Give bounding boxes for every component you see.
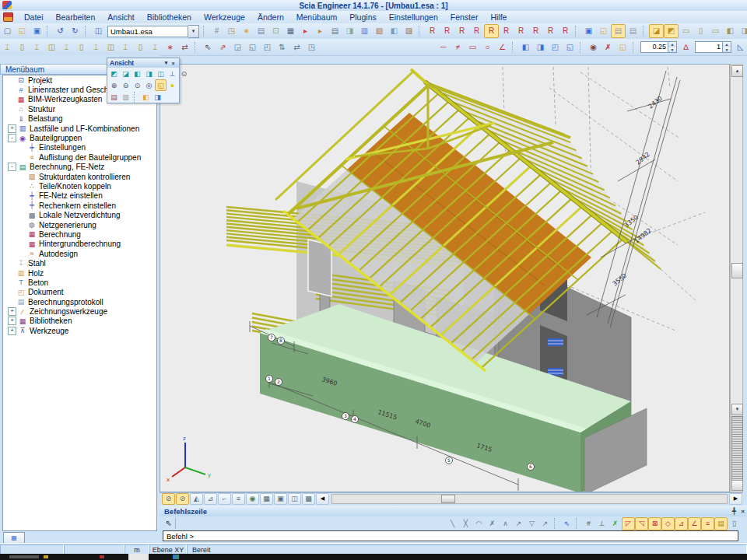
snap-count-spinner-value[interactable]: 1 [695,41,723,53]
member-op-9-icon[interactable]: R [543,24,558,38]
snap-count-spinner-arrows[interactable]: ▲▼ [723,41,731,53]
params-view-icon[interactable]: ▩ [302,493,315,505]
scale-spinner[interactable]: 0.25▲▼ [640,41,677,53]
layer-filter-1-icon[interactable]: ⊘ [162,493,175,505]
panel-tab-button[interactable]: ▦ [3,532,25,544]
layers-view-icon[interactable]: ◫ [288,493,301,505]
panel-op-3-icon[interactable]: ▭ [679,24,693,38]
zoom-window-icon[interactable]: ⊙ [132,79,143,91]
viewport-horizontal-scrollbar[interactable] [331,494,728,504]
menu-werkzeuge[interactable]: Werkzeuge [198,12,251,23]
check-doc-2-icon[interactable]: ▤ [626,24,640,38]
light-bulb-icon[interactable]: ● [167,79,178,91]
mesh-view-icon[interactable]: ▦ [260,493,273,505]
tree-item-connect-nodes[interactable]: ∴Teile/Knoten koppeln [19,181,156,191]
member-op-5-icon[interactable]: R [484,24,499,38]
eye-icon[interactable]: ◉ [586,40,601,54]
draw-circle-icon[interactable]: ○ [480,40,495,54]
mesh-icon[interactable]: ▦ [283,24,298,38]
tree-item-document[interactable]: ◰Dokument [8,288,156,297]
snap-mode-2-icon[interactable]: ◹ [635,517,648,530]
snap-dir-icon[interactable]: ↗ [512,517,525,530]
beam-tool-4-icon[interactable]: ◫ [44,40,59,54]
paperdoc-icon[interactable]: ◧ [387,24,402,38]
menu-hilfe[interactable]: Hilfe [484,12,513,23]
panel-op-1-icon[interactable]: ◪ [649,24,664,38]
tree-item-member-groups[interactable]: -◉Bauteilgruppen [8,133,156,142]
beam-tool-9-icon[interactable]: ⌶ [118,40,133,54]
menu-menbaum[interactable]: Menübaum [290,12,344,23]
rotate-copy-icon[interactable]: ◳ [304,40,319,54]
view-window-icon[interactable]: ◨ [152,91,163,103]
roof-angle-icon[interactable]: ◺ [733,40,747,54]
tree-item-mesh-refinement[interactable]: ▩Lokale Netzverdichtung [19,210,156,219]
draw-rect-icon[interactable]: ▭ [465,40,480,54]
snap-settings-icon[interactable]: ▤ [714,517,728,530]
draw-line-icon[interactable]: ─ [436,40,451,54]
menu-bearbeiten[interactable]: Bearbeiten [50,12,102,23]
hscroll-left-button[interactable]: ◀ [316,493,329,505]
view-right-icon[interactable]: ◨ [143,68,155,79]
clipping-box-icon[interactable]: ◧ [140,91,152,103]
open-project-icon[interactable]: ◱ [615,40,630,54]
tree-item-libraries[interactable]: +▦Bibliotheken [8,317,156,326]
panel-op-7-icon[interactable]: ◨ [738,24,747,38]
beam-tool-8-icon[interactable]: ◫ [103,40,118,54]
menu-fenster[interactable]: Fenster [444,12,485,23]
view-left-icon[interactable]: ◧ [132,68,143,79]
cube-icon[interactable]: ◳ [224,24,239,38]
tripod-icon[interactable]: ∆ [679,40,693,54]
zoom-all-icon[interactable]: ⊙ [178,68,190,79]
window-split-1-icon[interactable]: ◧ [518,40,533,54]
chevron-down-icon[interactable]: ▾ [188,25,199,38]
window-split-2-icon[interactable]: ◨ [533,40,548,54]
move-horiz-icon[interactable]: ⇄ [289,40,304,54]
tree-item-drawing-tools[interactable]: +∕Zeichnungswerkzeuge [8,306,156,316]
snap-mode-4-icon[interactable]: ◇ [661,517,675,530]
export-folder-icon[interactable]: ◱ [596,24,611,38]
snap-mode-3-icon[interactable]: ⊠ [648,517,661,530]
tree-item-timber[interactable]: ▥Holz [8,268,156,278]
tree-item-steel[interactable]: ⌶Stahl [8,258,156,268]
tree-item-calculation-mesh[interactable]: -▤Berechnung, FE-Netz [8,163,156,172]
scroll-thumb[interactable] [731,263,743,278]
tree-item-mesh-generation[interactable]: ◍Netzgenerierung [19,220,156,229]
save-view-icon[interactable]: ▣ [581,24,596,38]
redo-icon[interactable]: ↻ [68,24,82,38]
printer-icon[interactable]: ▤ [328,24,342,38]
clipboard-icon[interactable]: ⊡ [268,24,283,38]
command-input[interactable]: Befehl > [163,530,738,541]
print-view-icon[interactable]: ▤ [108,91,120,103]
menu-ndern[interactable]: Ändern [251,12,290,23]
tree-item-calc-protocol[interactable]: ▤Berechnungsprotokoll [8,297,156,306]
draw-parallel-icon[interactable]: ≠ [451,40,465,54]
member-op-7-icon[interactable]: R [514,24,528,38]
clear-snap-icon[interactable]: ✗ [608,517,622,530]
expand-icon[interactable]: + [8,307,16,316]
snap-info-icon[interactable]: ▯ [728,517,741,530]
menu-bibliotheken[interactable]: Bibliotheken [141,12,198,23]
table-icon[interactable]: ▥ [357,24,372,38]
grid-snap-icon[interactable]: # [582,517,595,530]
member-op-8-icon[interactable]: R [528,24,543,38]
hscroll-right-button[interactable]: ▶ [729,493,742,505]
snap-angle-icon[interactable]: ∧ [499,517,512,530]
view-top-icon[interactable]: ◫ [155,68,167,79]
view-direction-icon[interactable]: ◭ [190,493,203,505]
menu-plugins[interactable]: Plugins [343,12,382,23]
tree-item-run-calculation[interactable]: ▦Berechnung [19,229,156,239]
zoom-in-icon[interactable]: ⊕ [108,79,120,91]
snap-mode-5-icon[interactable]: ⊿ [675,517,688,530]
array-copy-icon[interactable]: ◱ [245,40,260,54]
member-op-10-icon[interactable]: R [558,24,573,38]
scale-spinner-value[interactable]: 0.25 [640,41,668,53]
ansicht-close-icon[interactable]: × [170,61,177,66]
shading-icon[interactable]: ◉ [246,493,259,505]
view-back-icon[interactable]: ◪ [120,68,132,79]
tree-item-load-cases[interactable]: +▥Lastfälle und LF-Kombinationen [8,124,156,133]
snap-vector-icon[interactable]: ↗ [538,517,552,530]
tree-item-settings[interactable]: ┿Einstellungen [19,143,156,152]
copy-view-icon[interactable]: ▥ [120,91,132,103]
tree-item-solver-setup[interactable]: ┿Rechenkern einstellen [19,201,156,210]
zoom-selection-icon[interactable]: ◎ [143,79,155,91]
